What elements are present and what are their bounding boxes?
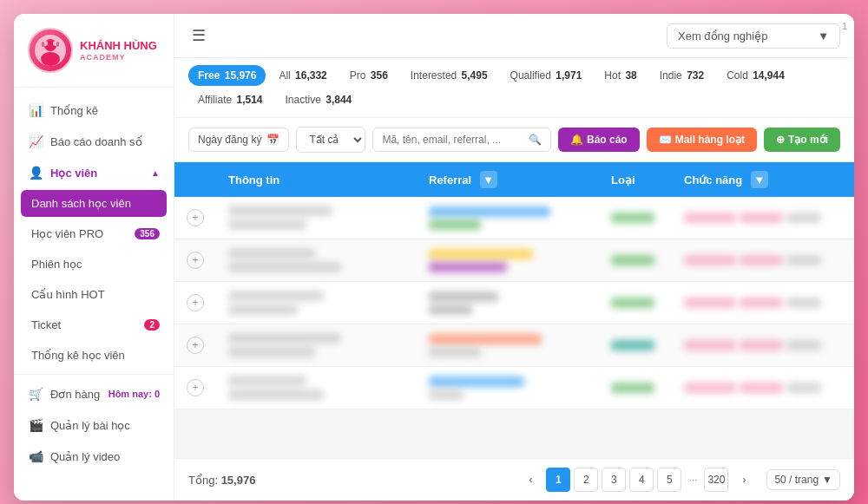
sidebar-item-bao-cao[interactable]: 📈 Báo cáo doanh số	[14, 126, 174, 157]
expand-button[interactable]: +	[187, 252, 204, 269]
filter-tab-affiliate[interactable]: Affiliate 1,514	[188, 89, 273, 110]
logo-icon	[28, 28, 73, 73]
create-button[interactable]: ⊕ Tạo mới	[764, 128, 840, 152]
filter-tab-cold[interactable]: Cold 14,944	[717, 65, 794, 86]
nav-divider	[14, 374, 174, 375]
ref-block-2	[429, 262, 507, 272]
per-page-select[interactable]: 50 / trang ▼	[766, 469, 840, 490]
table-row: +	[174, 367, 854, 409]
filter-tab-pro[interactable]: Pro 356	[340, 65, 398, 86]
row-referral	[417, 282, 599, 324]
page-last-button[interactable]: 320	[704, 468, 728, 492]
expand-button[interactable]: +	[187, 294, 204, 311]
tab-label: Free	[198, 69, 220, 82]
row-actions	[672, 324, 854, 367]
type-block-1	[611, 340, 654, 350]
pagination: ‹ 1 2 3 4 5 ··· 320 › 50 / trang ▼	[518, 468, 840, 492]
prev-page-button[interactable]: ‹	[518, 468, 542, 492]
tab-count: 38	[625, 69, 636, 82]
row-expand[interactable]: +	[174, 282, 216, 324]
total-text: Tổng: 15,976	[188, 474, 255, 487]
tab-label: Qualified	[510, 69, 551, 82]
plus-icon: ⊕	[776, 134, 785, 146]
main-content: ☰ Xem đồng nghiệp ▼ Free 15,976 All 16,3…	[174, 14, 854, 501]
expand-button[interactable]: +	[187, 337, 204, 354]
action-block-1	[684, 340, 736, 350]
filter-tab-inactive[interactable]: Inactive 3,844	[276, 89, 362, 110]
ref-block-1	[429, 376, 524, 387]
mail-icon: ✉️	[659, 134, 672, 146]
sidebar-item-danh-sach[interactable]: Danh sách học viên	[21, 190, 167, 217]
sidebar-item-phien-hoc[interactable]: Phiên học	[14, 249, 174, 279]
filter-tab-hot[interactable]: Hot 38	[595, 65, 646, 86]
tab-count: 5,495	[462, 69, 488, 82]
action-block-3	[786, 383, 821, 393]
next-page-button[interactable]: ›	[732, 468, 756, 492]
sidebar-item-quan-ly-bai[interactable]: 🎬 Quản lý bài học	[14, 409, 174, 441]
type-select[interactable]: Tất cả	[296, 127, 365, 153]
referral-filter-icon[interactable]: ▼	[480, 171, 497, 188]
chevron-down-icon: ▼	[818, 29, 829, 43]
tab-count: 15,976	[225, 69, 257, 82]
row-expand[interactable]: +	[174, 367, 216, 409]
logo-text: KHÁNH HÙNG ACADEMY	[80, 39, 157, 62]
row-expand[interactable]: +	[174, 197, 216, 239]
sidebar-item-quan-ly-video[interactable]: 📹 Quản lý video	[14, 441, 174, 472]
tab-count: 732	[687, 69, 704, 82]
row-expand[interactable]: +	[174, 239, 216, 282]
filter-tab-qualified[interactable]: Qualified 1,971	[501, 65, 592, 86]
search-icon: 🔍	[529, 134, 542, 146]
video-icon: 🎬	[28, 418, 43, 432]
hamburger-button[interactable]: ☰	[188, 23, 209, 49]
sidebar-item-thong-ke[interactable]: 📊 Thống kê	[14, 95, 174, 126]
page-1-button[interactable]: 1	[546, 468, 570, 492]
row-expand[interactable]: +	[174, 324, 216, 367]
type-block-1	[611, 298, 654, 308]
tab-label: All	[279, 69, 290, 82]
sidebar-item-thong-ke-hv[interactable]: Thống kê học viên	[14, 340, 174, 370]
info-block-1	[228, 206, 332, 216]
expand-button[interactable]: +	[187, 379, 204, 396]
info-block-1	[228, 291, 324, 301]
report-button[interactable]: 🔔 Báo cáo	[558, 128, 640, 152]
page-4-button[interactable]: 4	[629, 468, 654, 492]
sidebar-item-hoc-vien-pro[interactable]: Học viên PRO 356	[14, 219, 174, 249]
filter-tab-free[interactable]: Free 15,976	[188, 65, 266, 86]
row-referral	[417, 324, 599, 367]
filter-tab-interested[interactable]: Interested 5,495	[401, 65, 497, 86]
sidebar: KHÁNH HÙNG ACADEMY 📊 Thống kê 📈 Báo cáo …	[14, 14, 174, 501]
app-container: KHÁNH HÙNG ACADEMY 📊 Thống kê 📈 Báo cáo …	[14, 14, 854, 501]
sidebar-item-hoc-vien[interactable]: 👤 Học viên ▲	[14, 157, 174, 188]
row-actions	[672, 367, 854, 409]
tab-count: 14,944	[753, 69, 785, 82]
colleague-select[interactable]: Xem đồng nghiệp ▼	[667, 23, 840, 49]
ref-block-1	[429, 249, 533, 259]
sidebar-item-label: Ticket	[31, 318, 61, 331]
mail-button[interactable]: ✉️ Mail hàng loạt	[647, 128, 757, 152]
expand-button[interactable]: +	[187, 209, 204, 226]
date-picker[interactable]: Ngày đăng ký 📅	[188, 128, 289, 152]
sidebar-item-label: Phiên học	[31, 258, 82, 271]
table-container: Thông tin Referral ▼ Loại Chức năng ▼	[174, 162, 854, 458]
action-block-3	[786, 298, 821, 308]
sidebar-item-ticket[interactable]: Ticket 2	[14, 310, 174, 340]
logo-area: KHÁNH HÙNG ACADEMY	[14, 14, 174, 88]
col-checkbox	[174, 162, 216, 197]
sidebar-nav: 📊 Thống kê 📈 Báo cáo doanh số 👤 Học viên…	[14, 88, 174, 501]
ref-block-1	[429, 206, 550, 217]
sidebar-item-cau-hinh-hot[interactable]: Cấu hình HOT	[14, 279, 174, 310]
table-row: +	[174, 282, 854, 324]
tab-label: Hot	[604, 69, 621, 82]
page-3-button[interactable]: 3	[602, 468, 626, 492]
page-dots: ···	[685, 474, 700, 486]
search-input[interactable]	[382, 134, 523, 146]
sidebar-item-don-hang[interactable]: 🛒 Đơn hàng Hôm nay: 0	[14, 378, 174, 409]
search-box: 🔍	[372, 128, 551, 152]
function-filter-icon[interactable]: ▼	[751, 171, 768, 188]
page-2-button[interactable]: 2	[574, 468, 598, 492]
action-block-3	[786, 255, 821, 265]
filter-tab-indie[interactable]: Indie 732	[650, 65, 713, 86]
filter-tab-all[interactable]: All 16,332	[269, 65, 336, 86]
sidebar-item-label: Quản lý bài học	[50, 419, 130, 432]
page-5-button[interactable]: 5	[657, 468, 681, 492]
